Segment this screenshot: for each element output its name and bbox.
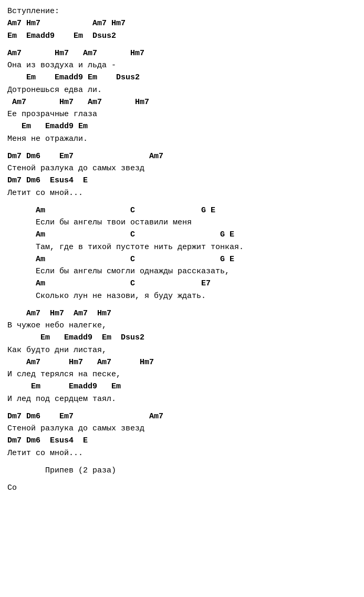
chord-line-24: Am C E7 (7, 277, 357, 290)
lyric-line-37: Стеной разлука до самых звезд (7, 423, 357, 435)
lyric-line-11: Меня не отражали. (7, 133, 357, 145)
chord-line-13: Dm7 Dm6 Em7 Am7 (7, 150, 357, 162)
spacer-12 (7, 145, 357, 150)
chord-line-1: Am7 Hm7 Am7 Hm7 (7, 17, 357, 29)
chord-line-6: Em Emadd9 Em Dsus2 (7, 71, 357, 84)
lyric-line-32: И след терялся на песке, (7, 368, 357, 380)
spacer-26 (7, 302, 357, 307)
spacer-40 (7, 459, 357, 465)
lyric-line-23: Если бы ангелы смогли однажды рассказать… (7, 265, 357, 277)
chord-line-36: Dm7 Dm6 Em7 Am7 (7, 410, 357, 423)
lyric-line-14: Стеной разлука до самых звезд (7, 162, 357, 174)
lyric-line-0: Вступление: (7, 5, 357, 17)
lyric-line-9: Ее прозрачные глаза (7, 108, 357, 120)
spacer-17 (7, 199, 357, 204)
lyric-line-30: Как будто дни листая, (7, 344, 357, 356)
chord-line-15: Dm7 Dm6 Esus4 E (7, 174, 357, 187)
chord-line-2: Em Emadd9 Em Dsus2 (7, 30, 357, 42)
chord-line-4: Am7 Hm7 Am7 Hm7 (7, 47, 357, 59)
lyric-line-43: Co (7, 482, 357, 494)
spacer-3 (7, 42, 357, 47)
lyric-line-21: Там, где в тихой пустоте нить держит тон… (7, 241, 357, 253)
song-content: Вступление:Am7 Hm7 Am7 Hm7Em Emadd9 Em D… (7, 5, 357, 494)
lyric-line-34: И лед под сердцем таял. (7, 393, 357, 405)
lyric-line-19: Если бы ангелы твои оставили меня (7, 217, 357, 229)
chord-line-10: Em Emadd9 Em (7, 120, 357, 132)
chord-line-29: Em Emadd9 Em Dsus2 (7, 332, 357, 344)
chord-line-20: Am C G E (7, 229, 357, 241)
lyric-line-25: Сколько лун не назови, я буду ждать. (7, 290, 357, 302)
chord-line-18: Am C G E (7, 204, 357, 217)
chord-line-33: Em Emadd9 Em (7, 380, 357, 393)
lyric-line-7: Дотронешься едва ли. (7, 84, 357, 96)
chord-line-22: Am C G E (7, 253, 357, 265)
chord-line-8: Am7 Hm7 Am7 Hm7 (7, 96, 357, 108)
spacer-42 (7, 477, 357, 482)
chord-line-38: Dm7 Dm6 Esus4 E (7, 435, 357, 447)
chord-line-31: Am7 Hm7 Am7 Hm7 (7, 356, 357, 368)
lyric-line-16: Летит со мной... (7, 187, 357, 199)
lyric-line-28: В чужое небо налегке, (7, 320, 357, 332)
chord-line-27: Am7 Hm7 Am7 Hm7 (7, 307, 357, 320)
lyric-line-39: Летит со мной... (7, 447, 357, 459)
spacer-35 (7, 405, 357, 410)
lyric-line-5: Она из воздуха и льда - (7, 59, 357, 71)
lyric-line-41: Припев (2 раза) (7, 465, 357, 477)
